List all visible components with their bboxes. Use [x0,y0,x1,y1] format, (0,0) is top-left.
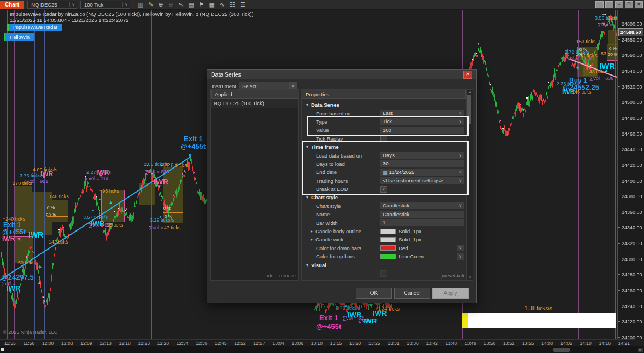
property-row-time-frame[interactable]: ▾Time frame [302,143,466,151]
alert-flag-icon[interactable]: ⚑ [199,1,204,8]
remove-link[interactable]: remove [279,273,296,279]
property-value[interactable]: Days∨ [380,152,464,159]
collapse-icon[interactable]: ▾ [306,102,308,107]
scrollbar-home-box[interactable] [1,348,4,351]
checkbox[interactable] [380,270,387,277]
collapse-icon[interactable]: ▾ [306,195,308,200]
chevron-down-icon[interactable]: ∨ [457,177,464,184]
impulsewave-radar-button[interactable]: ImpulseWave Radar [7,24,62,31]
close-icon[interactable]: ✕ [463,71,472,79]
snapshot-icon[interactable]: ▤ [188,1,194,8]
chevron-down-icon[interactable]: ∨ [457,169,464,176]
property-value[interactable] [380,135,464,142]
indicators-icon[interactable]: ▦ [209,1,214,8]
property-row-visual[interactable]: ▾Visual [302,261,466,269]
chart-menu-button[interactable]: Chart [0,1,24,9]
time-label: 12:09 [80,340,92,346]
chevron-down-icon[interactable]: ∨ [457,152,464,159]
cursor-icon[interactable]: ↖ [178,1,183,8]
property-row-candle-body-outline[interactable]: ▸Candle body outlineSolid, 1px [302,227,466,235]
property-value[interactable]: Tick∨ [380,118,464,125]
interval-selector[interactable]: 100 Tick ∨ [80,1,130,9]
property-row-bar-width[interactable]: Bar width1 [302,218,466,227]
chart-type-icon[interactable]: ▥ [138,1,143,8]
properties-icon[interactable]: ☰ [240,1,245,8]
ok-button[interactable]: OK [356,288,392,299]
apply-button[interactable]: Apply [432,288,469,299]
collapse-icon[interactable]: ▾ [306,144,308,149]
property-value[interactable]: 1 [380,219,464,226]
restore-icon[interactable]: ❐ [625,1,633,8]
chevron-down-icon[interactable]: ∨ [289,82,297,90]
property-value[interactable]: Solid, 1px [380,228,464,234]
property-row-type[interactable]: TypeTick∨ [302,118,466,126]
expand-icon[interactable]: ▸ [311,237,313,242]
cancel-button[interactable]: Cancel [394,288,430,299]
property-row-data-series[interactable]: ▾Data Series [302,101,466,109]
zoom-out-icon[interactable]: ⊖ [168,1,173,8]
expand-icon[interactable]: ▸ [311,229,313,234]
property-row-value[interactable]: Value100 [302,126,466,134]
property-value[interactable]: Solid, 1px [380,236,464,242]
property-value[interactable]: ▦11/24/2025∨ [380,169,464,176]
zoom-in-icon[interactable]: ⊕ [158,1,163,8]
property-row-trading-hours[interactable]: Trading hours<Use instrument settings>∨ [302,177,466,185]
collapse-icon[interactable]: ▾ [306,263,308,268]
property-value[interactable]: <Use instrument settings>∨ [380,177,464,184]
chevron-down-icon[interactable]: ∨ [457,202,464,209]
property-row-end-date[interactable]: End date▦11/24/2025∨ [302,168,466,176]
chevron-down-icon[interactable]: ∨ [457,253,464,260]
applied-item[interactable]: NQ DEC25 (100 Tick) [211,99,298,108]
property-value[interactable]: 100 [380,127,464,134]
link-button-a[interactable] [595,1,604,8]
strategies-icon[interactable]: ☷ [230,1,235,8]
property-row-load-data-based-on[interactable]: Load data based onDays∨ [302,151,466,159]
property-row-break-at-eod[interactable]: Break at EOD✔ [302,185,466,193]
property-value[interactable]: Last∨ [380,110,464,117]
property-value[interactable]: LimeGreen∨ [380,253,464,260]
hellowin-button[interactable]: HelloWin [4,33,34,41]
property-row-tick-replay[interactable]: Tick Replay [302,135,466,143]
checkbox[interactable] [380,135,387,142]
instrument-select[interactable]: Select ∨ [239,82,297,90]
property-value[interactable]: 30 [380,160,464,167]
toolbar-icons: ▥✎⊕⊖↖▤⚑▦∿☷☰ [138,1,245,8]
properties-scrollbar[interactable]: ▲ ▼ [466,89,473,281]
chevron-down-icon[interactable]: ∨ [457,245,464,251]
checkbox[interactable]: ✔ [380,186,387,193]
property-row-chart-style[interactable]: Chart styleCandlestick∨ [302,202,466,210]
drawing-tools-icon[interactable]: ∿ [220,1,225,8]
price-tick [618,102,620,102]
property-value[interactable]: ✔ [380,186,464,193]
property-row-price-based-on[interactable]: Price based onLast∨ [302,109,466,117]
property-row-chart-style[interactable]: ▾Chart style [302,193,466,201]
scrollbar-right-arrow[interactable]: ▶ [638,348,643,352]
time-axis[interactable]: 11:5511:5812:0012:0312:0912:1312:1812:23… [0,339,634,346]
price-axis[interactable]: 24588.50 24600.0024580.0024560.0024540.0… [617,9,644,339]
instrument-selector[interactable]: NQ DEC25 ∨ [27,1,77,9]
scrollbar-thumb[interactable] [553,348,570,352]
scroll-down-icon[interactable]: ▼ [467,275,473,280]
property-value[interactable]: Candlestick [380,211,464,218]
property-row-color-for-down-bars[interactable]: Color for down barsRed∨ [302,244,466,252]
close-icon[interactable]: ✕ [635,1,643,8]
price-label: 24460.00 [622,131,642,137]
add-link[interactable]: add [265,273,273,279]
chevron-down-icon[interactable]: ∨ [457,118,464,125]
minimize-icon[interactable]: – [615,1,623,8]
link-button-b[interactable] [605,1,613,8]
property-row-candle-wick[interactable]: ▸Candle wickSolid, 1px [302,235,466,244]
pencil-icon[interactable]: ✎ [148,1,153,8]
chevron-down-icon[interactable]: ∨ [457,110,464,117]
chevron-down-icon[interactable]: ∨ [69,2,77,7]
scroll-up-icon[interactable]: ▲ [467,90,473,95]
chevron-down-icon[interactable]: ∨ [122,2,130,7]
horizontal-scrollbar[interactable]: ▶ [0,346,644,353]
property-row-days-to-load[interactable]: Days to load30 [302,160,466,168]
scroll-thumb[interactable] [467,95,471,124]
property-value[interactable]: Red∨ [380,245,464,251]
property-value[interactable]: Candlestick∨ [380,202,464,209]
dialog-title-bar[interactable]: Data Series ✕ [207,70,476,79]
property-row-color-for-up-bars[interactable]: Color for up barsLimeGreen∨ [302,252,466,261]
property-row-name[interactable]: NameCandlestick [302,210,466,218]
